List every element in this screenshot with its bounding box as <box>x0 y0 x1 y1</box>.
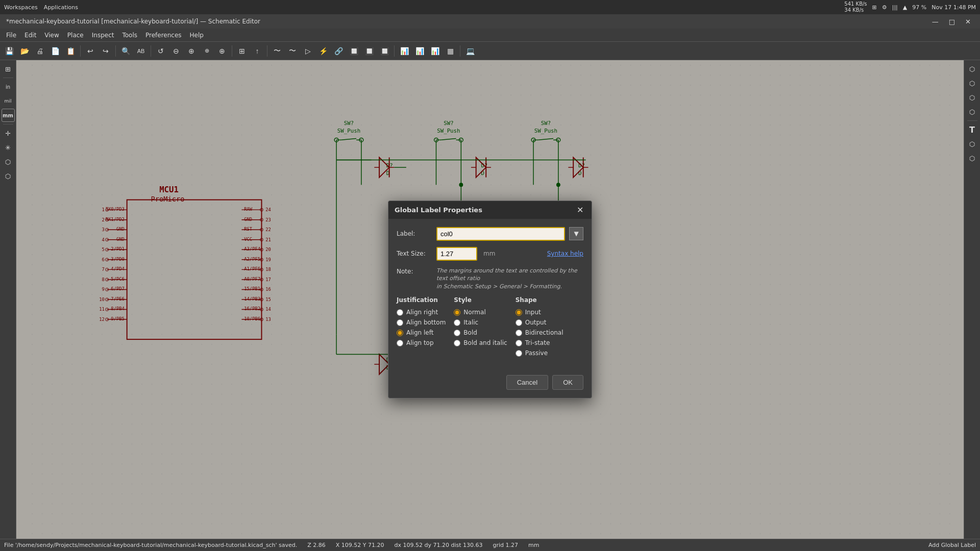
rt-btn1[interactable]: ⬡ <box>966 62 979 76</box>
topbar-right: 541 KB/s 34 KB/s ⊞ ⚙ ||| ▲ 97 % Nov 17 1… <box>844 1 976 13</box>
style-section: Style Normal Italic Bold <box>454 296 507 357</box>
tb-pcb[interactable]: 📊 <box>428 44 442 58</box>
tb-up[interactable]: ↑ <box>250 44 264 58</box>
tb-grid[interactable]: ⊞ <box>235 44 249 58</box>
justify-align-right-radio[interactable] <box>397 309 403 316</box>
shape-output-radio[interactable] <box>516 319 522 326</box>
menu-tools[interactable]: Tools <box>118 31 141 40</box>
tb-netline[interactable]: ▷ <box>301 44 315 58</box>
menu-file[interactable]: File <box>2 31 20 40</box>
tb-zoom-sel[interactable]: ⊕ <box>215 44 229 58</box>
rt-btn7[interactable]: ⬡ <box>966 152 979 165</box>
style-bold-radio[interactable] <box>454 330 460 336</box>
justification-section: Justification Align right Align bottom <box>397 296 446 357</box>
tb-power[interactable]: ⚡ <box>316 44 330 58</box>
label-input[interactable] <box>436 227 565 241</box>
menu-preferences[interactable]: Preferences <box>141 31 186 40</box>
workspaces-btn[interactable]: Workspaces <box>4 4 38 11</box>
tb-zoom-in[interactable]: ⊕ <box>184 44 199 58</box>
tb-sep5 <box>267 45 267 57</box>
lt-net[interactable]: ⬡ <box>2 155 15 168</box>
menu-help[interactable]: Help <box>186 31 208 40</box>
style-normal-radio[interactable] <box>454 309 460 316</box>
menu-edit[interactable]: Edit <box>20 31 40 40</box>
style-bold-italic-label[interactable]: Bold and italic <box>463 339 507 346</box>
lt-in[interactable]: in <box>2 80 15 93</box>
lt-mm[interactable]: mm <box>2 109 15 122</box>
style-normal-label[interactable]: Normal <box>463 309 485 316</box>
shape-input-label[interactable]: Input <box>525 309 541 316</box>
lt-mil[interactable]: mil <box>2 94 15 108</box>
rt-btn3[interactable]: ⬡ <box>966 91 979 104</box>
applications-btn[interactable]: Applications <box>44 4 78 11</box>
tb-bom[interactable]: 📊 <box>412 44 427 58</box>
lt-snap[interactable]: ✳ <box>2 141 15 154</box>
rt-btn2[interactable]: ⬡ <box>966 77 979 90</box>
tb-undo[interactable]: ↩ <box>83 44 97 58</box>
shape-bidir-label[interactable]: Bidirectional <box>525 329 564 336</box>
speed-indicator: 541 KB/s 34 KB/s <box>844 1 867 13</box>
tb-copy[interactable]: 📋 <box>63 44 78 58</box>
style-italic-radio[interactable] <box>454 319 460 326</box>
tb-highlight[interactable]: ▦ <box>443 44 457 58</box>
ok-button[interactable]: OK <box>552 375 583 390</box>
tb-search[interactable]: 🔍 <box>118 44 133 58</box>
tb-zoom-fit[interactable]: ⊕ <box>200 44 214 58</box>
cancel-button[interactable]: Cancel <box>506 375 548 390</box>
rt-btn6[interactable]: ⬡ <box>966 137 979 151</box>
justify-align-top-label[interactable]: Align top <box>406 339 434 346</box>
maximize-btn[interactable]: □ <box>946 17 958 27</box>
style-bold-label[interactable]: Bold <box>463 329 477 336</box>
display-icon[interactable]: ||| <box>892 4 898 11</box>
tb-wire[interactable]: 〜 <box>270 44 284 58</box>
justify-align-left-radio[interactable] <box>397 330 403 336</box>
tb-open[interactable]: 📂 <box>17 44 32 58</box>
menu-inspect[interactable]: Inspect <box>88 31 118 40</box>
label-dropdown-btn[interactable]: ▼ <box>569 227 583 240</box>
tb-add-comp[interactable]: 🔗 <box>331 44 346 58</box>
shape-passive-radio[interactable] <box>516 350 522 357</box>
shape-bidir-radio[interactable] <box>516 330 522 336</box>
tb-sim[interactable]: 💻 <box>463 44 477 58</box>
justify-align-right-label[interactable]: Align right <box>406 309 438 316</box>
settings-icon[interactable]: ⚙ <box>882 4 887 11</box>
justify-align-left-label[interactable]: Align left <box>406 329 433 336</box>
lt-grid[interactable]: ⊞ <box>2 62 15 76</box>
tb-sep4 <box>232 45 232 57</box>
justify-align-bottom-label[interactable]: Align bottom <box>406 319 446 326</box>
tb-bus[interactable]: 〜 <box>285 44 300 58</box>
tb-redo[interactable]: ↪ <box>99 44 113 58</box>
tb-add-pw[interactable]: 🔲 <box>347 44 361 58</box>
rt-btn5[interactable]: T <box>966 123 979 136</box>
tb-save[interactable]: 💾 <box>2 44 16 58</box>
lt-cursor[interactable]: ✛ <box>2 127 15 140</box>
close-btn[interactable]: ✕ <box>962 17 974 27</box>
tb-print[interactable]: 🖨 <box>33 44 47 58</box>
tb-add-label[interactable]: 🔲 <box>377 44 391 58</box>
style-italic-label[interactable]: Italic <box>463 319 478 326</box>
justify-align-top-radio[interactable] <box>397 340 403 346</box>
shape-tristate-radio[interactable] <box>516 340 522 346</box>
style-bold-italic-radio[interactable] <box>454 340 460 346</box>
menu-view[interactable]: View <box>40 31 63 40</box>
syntax-help-link[interactable]: Syntax help <box>547 250 583 257</box>
rt-btn4[interactable]: ⬡ <box>966 105 979 118</box>
lt-pin[interactable]: ⬡ <box>2 169 15 183</box>
tb-refresh[interactable]: ↺ <box>154 44 168 58</box>
shape-input-radio[interactable] <box>516 309 522 316</box>
shape-passive-label[interactable]: Passive <box>525 349 548 357</box>
tb-annotate[interactable]: AB <box>134 44 148 58</box>
dialog-titlebar: Global Label Properties ✕ <box>388 201 592 219</box>
tb-add-net[interactable]: 🔲 <box>362 44 376 58</box>
tb-print2[interactable]: 📄 <box>48 44 62 58</box>
justify-align-bottom-radio[interactable] <box>397 319 403 326</box>
menu-place[interactable]: Place <box>63 31 88 40</box>
minimize-btn[interactable]: — <box>929 17 942 27</box>
tb-table[interactable]: 📊 <box>397 44 411 58</box>
shape-output-label[interactable]: Output <box>525 319 547 326</box>
canvas[interactable]: MCU1 ProMicro TX0/PD3 1 RX1/PD2 2 GND 3 … <box>16 60 964 539</box>
tb-zoom-out[interactable]: ⊖ <box>169 44 183 58</box>
shape-tristate-label[interactable]: Tri-state <box>525 339 550 346</box>
dialog-close-btn[interactable]: ✕ <box>575 205 585 215</box>
text-size-input[interactable] <box>436 247 477 261</box>
